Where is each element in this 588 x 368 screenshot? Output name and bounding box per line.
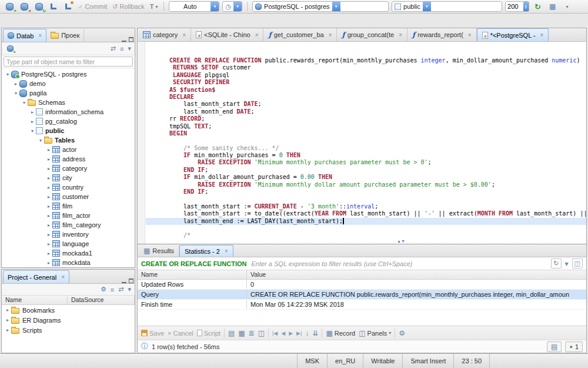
last-row-icon[interactable]: ▶| bbox=[296, 330, 302, 336]
tree-item[interactable]: ▸film_category bbox=[2, 220, 135, 230]
close-icon[interactable]: × bbox=[225, 248, 228, 254]
tree-item[interactable]: ▸language bbox=[2, 239, 135, 248]
table-row[interactable]: Finish timeMon Mar 05 14:22:39 MSK 2018 bbox=[138, 300, 586, 310]
collapse-all-icon[interactable]: ≡ bbox=[120, 45, 123, 52]
expander-open-icon[interactable]: ▾ bbox=[12, 91, 19, 96]
column-header-name[interactable]: Name bbox=[2, 296, 68, 304]
expander-closed-icon[interactable]: ▸ bbox=[12, 81, 19, 87]
editor-tab[interactable]: <SQLite - Chino× bbox=[191, 28, 263, 41]
close-icon[interactable]: × bbox=[399, 32, 402, 38]
view-menu-icon[interactable]: ▾ bbox=[128, 45, 131, 52]
expander-closed-icon[interactable]: ▸ bbox=[45, 194, 52, 200]
tree-item[interactable]: ▸information_schema bbox=[2, 107, 135, 117]
code-line[interactable]: last_month_end := LAST_DAY(last_month_st… bbox=[146, 218, 586, 225]
code-line[interactable]: SECURITY DEFINER bbox=[146, 79, 586, 86]
disconnect-icon[interactable]: × bbox=[18, 1, 30, 12]
expander-closed-icon[interactable]: ▸ bbox=[45, 175, 52, 181]
code-area[interactable]: CREATE OR REPLACE FUNCTION public.reward… bbox=[146, 42, 586, 240]
expander-open-icon[interactable]: ▾ bbox=[37, 138, 44, 143]
tree-item[interactable]: ▸pg_catalog bbox=[2, 117, 135, 126]
tree-item[interactable]: ▸actor bbox=[2, 145, 135, 154]
tree-item[interactable]: ▾pagila bbox=[2, 88, 135, 98]
status-segment[interactable]: Smart Insert bbox=[402, 354, 453, 368]
fetch-size-input[interactable]: ▴▾ bbox=[505, 1, 529, 12]
close-icon[interactable]: × bbox=[255, 32, 259, 38]
close-icon[interactable]: × bbox=[540, 32, 544, 38]
expander-closed-icon[interactable]: ▸ bbox=[45, 157, 52, 162]
code-line[interactable]: IF min_monthly_purchases = 0 THEN bbox=[146, 152, 586, 159]
next-row-icon[interactable]: ▶ bbox=[289, 330, 293, 336]
results-tab[interactable]: ▦Results bbox=[139, 245, 179, 257]
expander-closed-icon[interactable]: ▸ bbox=[45, 166, 52, 171]
expander-closed-icon[interactable]: ▸ bbox=[4, 307, 11, 313]
panels-button[interactable]: ◫Panels▾ bbox=[359, 329, 391, 337]
tree-item[interactable]: ▸category bbox=[2, 164, 135, 173]
refresh-filter-icon[interactable]: ↻ bbox=[551, 258, 561, 268]
tree-item[interactable]: ▾PostgreSQL - postgres bbox=[2, 69, 135, 79]
project-item[interactable]: ▸Scripts bbox=[2, 325, 135, 335]
minimize-panel-icon[interactable] bbox=[122, 279, 126, 283]
tree-item[interactable]: ▸mockada1 bbox=[2, 248, 135, 258]
code-line[interactable]: tmpSQL TEXT; bbox=[146, 123, 586, 130]
tree-item[interactable]: ▸film_actor bbox=[2, 211, 135, 220]
status-segment[interactable]: en_RU bbox=[327, 354, 363, 368]
first-row-icon[interactable]: |◀ bbox=[272, 330, 278, 336]
expander-closed-icon[interactable]: ▸ bbox=[4, 317, 11, 323]
code-line[interactable]: RAISE EXCEPTION 'Minimum monthly purchas… bbox=[146, 159, 586, 166]
connection-select[interactable]: PostgreSQL - postgres▾ bbox=[252, 1, 389, 12]
save-button[interactable]: Save bbox=[141, 330, 164, 337]
code-line[interactable]: /* Some sanity checks... */ bbox=[146, 145, 586, 152]
refresh-connection-icon[interactable]: ↻ bbox=[33, 1, 45, 12]
expander-closed-icon[interactable]: ▸ bbox=[45, 251, 52, 256]
code-line[interactable]: BEGIN bbox=[146, 130, 586, 137]
table-row[interactable]: Updated Rows0 bbox=[138, 280, 586, 290]
code-line[interactable]: DECLARE bbox=[146, 94, 586, 101]
close-icon[interactable]: × bbox=[329, 32, 332, 38]
code-line[interactable]: last_month_start := CURRENT_DATE - '3 mo… bbox=[146, 203, 586, 210]
expander-open-icon[interactable]: ▾ bbox=[4, 72, 11, 77]
value-view-icon[interactable]: ▤ bbox=[228, 329, 235, 337]
cancel-button[interactable]: ×Cancel bbox=[168, 330, 193, 337]
view-menu-icon[interactable]: ▾ bbox=[128, 286, 131, 293]
tab-database-navigator[interactable]: Datab × bbox=[3, 29, 46, 42]
code-line[interactable]: RETURNS SETOF customer bbox=[146, 64, 586, 71]
expander-closed-icon[interactable]: ▸ bbox=[29, 110, 36, 115]
record-button[interactable]: ▦Record bbox=[326, 329, 355, 337]
link-with-editor-icon[interactable]: ⇄ bbox=[111, 45, 116, 52]
script-button[interactable]: Script bbox=[197, 330, 220, 337]
close-icon[interactable]: × bbox=[38, 32, 42, 39]
editor-tab[interactable]: ƒget_customer_ba× bbox=[263, 28, 337, 41]
code-line[interactable]: RAISE EXCEPTION 'Minimum monthly dollar … bbox=[146, 181, 586, 188]
expander-closed-icon[interactable]: ▸ bbox=[45, 241, 52, 247]
previous-row-icon[interactable]: ◀ bbox=[281, 330, 285, 336]
grid-view-icon[interactable]: ▦ bbox=[547, 1, 559, 12]
output-panel-button[interactable]: ▤ bbox=[547, 342, 562, 352]
code-line[interactable]: END IF; bbox=[146, 188, 586, 195]
project-item[interactable]: ▸ER Diagrams bbox=[2, 315, 135, 325]
code-line[interactable]: CREATE OR REPLACE FUNCTION public.reward… bbox=[146, 57, 586, 64]
fetch-next-page-icon[interactable]: ↓ bbox=[305, 329, 309, 337]
grid-view-icon[interactable]: ▦ bbox=[238, 329, 245, 337]
object-filter-input[interactable] bbox=[4, 57, 133, 67]
sql-editor[interactable]: CREATE OR REPLACE FUNCTION public.reward… bbox=[137, 42, 587, 244]
expander-closed-icon[interactable]: ▸ bbox=[45, 147, 52, 152]
column-header-name[interactable]: Name bbox=[138, 270, 247, 279]
result-filter-input[interactable] bbox=[250, 260, 547, 268]
code-line[interactable]: AS $function$ bbox=[146, 87, 586, 94]
expander-closed-icon[interactable]: ▸ bbox=[45, 204, 52, 209]
status-segment[interactable]: Writable bbox=[363, 354, 402, 368]
tab-projects[interactable]: Проек bbox=[46, 29, 84, 42]
rollback-button[interactable]: ↺Rollback bbox=[111, 3, 145, 11]
fetch-all-rows-icon[interactable]: ⇊ bbox=[312, 329, 318, 337]
code-line[interactable]: last_month_end DATE; bbox=[146, 108, 586, 115]
editor-tab[interactable]: ƒrewards_report(× bbox=[407, 28, 477, 41]
status-segment[interactable]: MSK bbox=[297, 354, 327, 368]
fetch-size-value[interactable] bbox=[506, 3, 523, 10]
expander-open-icon[interactable]: ▾ bbox=[29, 128, 36, 134]
code-line[interactable] bbox=[146, 195, 586, 203]
new-connection-icon[interactable]: + bbox=[4, 1, 15, 12]
expander-closed-icon[interactable]: ▸ bbox=[45, 260, 52, 266]
tree-item[interactable]: ▾Tables bbox=[2, 135, 135, 145]
code-line[interactable]: last_month_start DATE; bbox=[146, 101, 586, 108]
editor-tab[interactable]: *<PostgreSQL - × bbox=[477, 28, 549, 41]
